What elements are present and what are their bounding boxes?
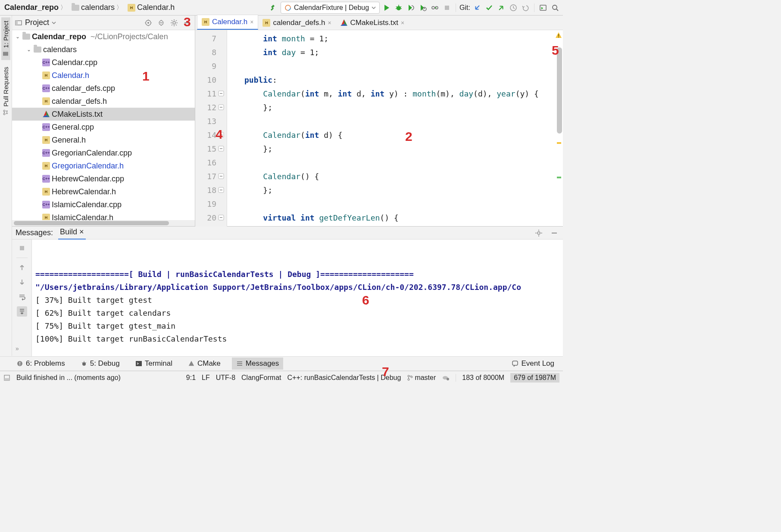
cmake-tool-button[interactable]: CMake	[184, 358, 225, 370]
tree-file[interactable]: General.cpp	[12, 121, 195, 134]
debug-button[interactable]	[394, 3, 404, 13]
fold-icon[interactable]	[218, 215, 224, 221]
code-line[interactable]: public:	[244, 73, 563, 87]
project-tool-tab[interactable]: 1: Project	[1, 17, 10, 60]
run-configuration-selector[interactable]: CalendarFixture | Debug	[281, 2, 380, 14]
tree-file[interactable]: HebrewCalendar.h	[12, 185, 195, 198]
fold-icon[interactable]	[218, 104, 224, 110]
editor-tab[interactable]: Calendar.h×	[197, 15, 258, 30]
line-number[interactable]: 12	[195, 101, 225, 115]
close-icon[interactable]: ×	[79, 227, 84, 236]
code-line[interactable]: };	[244, 184, 563, 197]
status-message[interactable]: Build finished in ... (moments ago)	[16, 374, 121, 382]
code-line[interactable]: Calendar(int m, int d, int y) : month(m)…	[244, 87, 563, 101]
git-push-button[interactable]	[496, 3, 506, 13]
tree-folder[interactable]: ⌄ calendars	[12, 43, 195, 56]
memory-indicator-2[interactable]: 679 of 1987M	[510, 373, 559, 383]
editor-gutter[interactable]: 7891011121314151617181920	[195, 30, 227, 227]
messages-hide-button[interactable]	[549, 228, 559, 238]
debug-tool-button[interactable]: 5: Debug	[76, 358, 124, 370]
line-number[interactable]: 15	[195, 142, 225, 156]
run-anything-button[interactable]	[538, 3, 548, 13]
messages-tool-button[interactable]: Messages	[232, 358, 283, 370]
project-tree-hscrollbar[interactable]	[12, 220, 195, 226]
tree-file[interactable]: General.h	[12, 134, 195, 146]
attach-button[interactable]	[430, 3, 440, 13]
line-number[interactable]: 16	[195, 156, 225, 170]
hide-button[interactable]	[182, 18, 192, 28]
select-opened-file-button[interactable]	[143, 18, 153, 28]
tree-file[interactable]: calendar_defs.cpp	[12, 82, 195, 95]
breadcrumb-folder[interactable]: calendars〉	[70, 2, 124, 13]
code-line[interactable]	[244, 156, 563, 170]
search-everywhere-button[interactable]	[550, 3, 560, 13]
line-number[interactable]: 13	[195, 115, 225, 128]
event-log-tool-button[interactable]: Event Log	[507, 358, 559, 370]
code-line[interactable]	[244, 197, 563, 211]
close-icon[interactable]: ×	[250, 19, 253, 25]
messages-settings-button[interactable]	[534, 228, 544, 238]
tree-file[interactable]: HebrewCalendar.cpp	[12, 172, 195, 185]
code-line[interactable]	[244, 115, 563, 128]
next-message-button[interactable]	[17, 277, 27, 287]
terminal-tool-button[interactable]: Terminal	[131, 358, 177, 370]
git-commit-button[interactable]	[484, 3, 494, 13]
line-number[interactable]: 7	[195, 32, 225, 46]
line-number[interactable]: 19	[195, 197, 225, 211]
messages-output[interactable]: ====================[ Build | runBasicCa…	[32, 240, 563, 374]
tree-file[interactable]: Calendar.h	[12, 69, 195, 82]
file-encoding[interactable]: UTF-8	[216, 374, 235, 382]
line-number[interactable]: 17	[195, 170, 225, 184]
fold-icon[interactable]	[218, 187, 224, 193]
project-tw-title[interactable]: Project	[25, 18, 49, 27]
git-rollback-button[interactable]	[520, 3, 531, 13]
line-number[interactable]: 8	[195, 46, 225, 59]
tree-file[interactable]: calendar_defs.h	[12, 95, 195, 108]
problems-tool-button[interactable]: 6: Problems	[12, 358, 69, 370]
fold-icon[interactable]	[218, 90, 224, 96]
messages-build-tab[interactable]: Build ×	[58, 226, 86, 240]
line-number[interactable]: 18	[195, 184, 225, 197]
expand-icon[interactable]: »	[16, 345, 19, 352]
fold-icon[interactable]	[218, 173, 224, 179]
tree-file[interactable]: GregorianCalendar.cpp	[12, 146, 195, 159]
breadcrumb-file[interactable]: Calendar.h	[126, 2, 176, 13]
caret-position[interactable]: 9:1	[186, 374, 196, 382]
tree-file[interactable]: Calendar.cpp	[12, 56, 195, 69]
code-line[interactable]	[244, 59, 563, 73]
profile-button[interactable]	[418, 3, 428, 13]
coverage-button[interactable]	[406, 3, 416, 13]
code-line[interactable]: Calendar(int d) {	[244, 128, 563, 142]
pull-requests-tool-tab[interactable]: Pull Requests	[1, 63, 10, 119]
editor-body[interactable]: 7891011121314151617181920 int month = 1;…	[195, 30, 563, 227]
tree-root[interactable]: ⌄ Calendar_repo ~/CLionProjects/Calen	[12, 30, 195, 43]
code-formatter[interactable]: ClangFormat	[241, 374, 281, 382]
stop-build-button[interactable]	[17, 243, 27, 253]
close-icon[interactable]: ×	[328, 19, 331, 26]
line-number[interactable]: 14	[195, 128, 225, 142]
line-separator[interactable]: LF	[202, 374, 210, 382]
code-line[interactable]: };	[244, 142, 563, 156]
fold-icon[interactable]	[218, 132, 224, 138]
tree-file[interactable]: IslamicCalendar.h	[12, 211, 195, 220]
soft-wrap-button[interactable]	[17, 292, 27, 302]
status-bar-toggle-icon[interactable]	[3, 374, 10, 381]
tree-file[interactable]: IslamicCalendar.cpp	[12, 198, 195, 211]
editor-code[interactable]: int month = 1; int day = 1; public: Cale…	[227, 30, 563, 227]
code-line[interactable]: int month = 1;	[244, 32, 563, 46]
code-line[interactable]: virtual int getDefYearLen() {	[244, 211, 563, 225]
editor-tab[interactable]: CMakeLists.txt×	[336, 16, 409, 30]
project-tree[interactable]: ⌄ Calendar_repo ~/CLionProjects/Calen ⌄ …	[12, 30, 195, 220]
expand-all-button[interactable]	[156, 18, 166, 28]
git-update-button[interactable]	[472, 3, 482, 13]
warning-icon[interactable]	[555, 32, 562, 39]
prev-message-button[interactable]	[17, 262, 27, 273]
ok-marker[interactable]	[557, 177, 561, 178]
build-hammer-button[interactable]	[269, 3, 279, 13]
line-number[interactable]: 9	[195, 59, 225, 73]
tree-file[interactable]: GregorianCalendar.h	[12, 159, 195, 172]
code-line[interactable]: int day = 1;	[244, 46, 563, 59]
warning-marker[interactable]	[557, 142, 561, 144]
chevron-down-icon[interactable]	[52, 21, 56, 25]
line-number[interactable]: 11	[195, 87, 225, 101]
